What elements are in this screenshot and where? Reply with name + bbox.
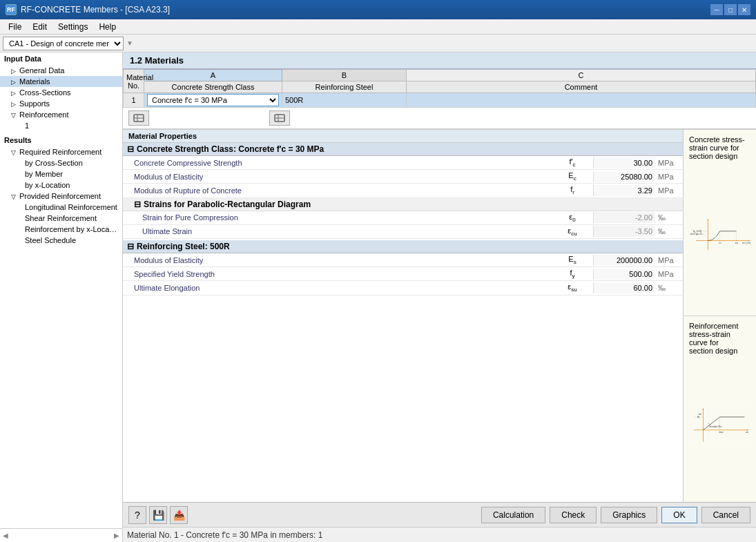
prop-symbol-rupture: fr bbox=[552, 184, 593, 197]
strains-subsection-header[interactable]: ⊟ Strains for Parabolic-Rectangular Diag… bbox=[123, 198, 683, 211]
sidebar-item-required-reinforcement[interactable]: ▽Required Reinforcement bbox=[0, 146, 122, 157]
sidebar-item-by-cross-section[interactable]: by Cross-Section bbox=[0, 157, 122, 168]
sidebar-item-by-x-location[interactable]: by x-Location bbox=[0, 180, 122, 191]
sidebar-item-general-data[interactable]: ▷General Data bbox=[0, 65, 122, 76]
sidebar-item-materials[interactable]: ▷Materials bbox=[0, 76, 122, 87]
prop-value-compressive: 30.00 bbox=[593, 157, 655, 168]
menu-file[interactable]: File bbox=[3, 21, 27, 33]
check-button[interactable]: Check bbox=[550, 507, 597, 523]
reinforcement-graph-title: Reinforcement stress-strain curve forsec… bbox=[689, 322, 750, 355]
prop-unit-elasticity-concrete: MPa bbox=[655, 171, 683, 182]
prop-symbol-strain-compression: ε0 bbox=[552, 211, 593, 224]
collapse-icon: ⊟ bbox=[127, 144, 134, 154]
title-text: RF-CONCRETE Members - [CSA A23.3] bbox=[21, 5, 170, 14]
toolbar: CA1 - Design of concrete memb ▼ bbox=[0, 35, 756, 52]
maximize-button[interactable]: □ bbox=[724, 4, 737, 15]
sidebar-item-reinforcement-by-x[interactable]: Reinforcement by x-Locatio... bbox=[0, 224, 122, 235]
prop-row-compressive: Concrete Compressive Strength f'c 30.00 … bbox=[123, 156, 683, 170]
minimize-button[interactable]: ─ bbox=[710, 4, 723, 15]
prop-label-rupture: Modulus of Rupture of Concrete bbox=[123, 185, 552, 196]
sidebar-item-longitudinal-reinforcement[interactable]: Longitudinal Reinforcement bbox=[0, 202, 122, 213]
prop-value-ultimate-strain: -3.50 bbox=[593, 226, 655, 237]
sidebar-item-steel-schedule[interactable]: Steel Schedule bbox=[0, 235, 122, 246]
svg-text:εc (<0): εc (<0) bbox=[742, 241, 750, 244]
prop-symbol-elasticity-steel: Es bbox=[552, 253, 593, 267]
row-number: 1 bbox=[124, 93, 144, 108]
sidebar-item-shear-reinforcement[interactable]: Shear Reinforcement bbox=[0, 213, 122, 224]
prop-unit-ultimate-strain: ‰ bbox=[655, 226, 683, 237]
concrete-strength-select[interactable]: Concrete f'c = 30 MPa bbox=[147, 94, 279, 106]
ok-button[interactable]: OK bbox=[661, 507, 697, 523]
concrete-strength-cell[interactable]: Concrete f'c = 30 MPa bbox=[144, 93, 282, 108]
materials-table-area: Material No. A B C Concrete Strength Cla… bbox=[123, 69, 756, 130]
cancel-button[interactable]: Cancel bbox=[701, 507, 750, 523]
col-material-no-header: Material No. bbox=[124, 70, 144, 93]
table-icon-btn-2[interactable] bbox=[269, 110, 290, 126]
prop-value-yield: 500.00 bbox=[593, 269, 655, 280]
steel-section-title: Reinforcing Steel: 500R bbox=[137, 242, 230, 251]
steel-section-header[interactable]: ⊟ Reinforcing Steel: 500R bbox=[123, 240, 683, 253]
reinforcement-graph-area: arctan Es fy σc εsu εs bbox=[689, 358, 750, 496]
sidebar-item-by-member[interactable]: by Member bbox=[0, 168, 122, 180]
prop-unit-yield: MPa bbox=[655, 269, 683, 280]
prop-label-yield: Specified Yield Strength bbox=[123, 269, 552, 280]
prop-value-elasticity-steel: 200000.00 bbox=[593, 255, 655, 266]
sidebar-item-supports[interactable]: ▷Supports bbox=[0, 98, 122, 109]
status-text: Material No. 1 - Concrete f'c = 30 MPa i… bbox=[127, 530, 322, 540]
prop-row-yield: Specified Yield Strength fy 500.00 MPa bbox=[123, 267, 683, 281]
close-button[interactable]: ✕ bbox=[738, 4, 750, 15]
prop-unit-elongation: ‰ bbox=[655, 282, 683, 293]
svg-rect-6 bbox=[689, 217, 750, 255]
reinforcement-graph-section: Reinforcement stress-strain curve forsec… bbox=[684, 316, 756, 502]
concrete-graph-area: fb (<0) αrel φc f'c : ε₀ εu εc (<0) bbox=[689, 163, 750, 310]
prop-label-elongation: Ultimate Elongation bbox=[123, 282, 552, 293]
prop-symbol-elongation: εsu bbox=[552, 281, 593, 294]
sidebar-item-cross-sections[interactable]: ▷Cross-Sections bbox=[0, 87, 122, 98]
menu-settings[interactable]: Settings bbox=[52, 21, 93, 33]
save-icon-btn[interactable]: 💾 bbox=[149, 506, 167, 524]
properties-panel: Material Properties ⊟ Concrete Strength … bbox=[123, 130, 684, 502]
prop-symbol-elasticity-concrete: Ec bbox=[552, 170, 593, 183]
col-a-header: A bbox=[144, 70, 282, 81]
svg-text:εsu: εsu bbox=[719, 430, 723, 434]
prop-row-elongation: Ultimate Elongation εsu 60.00 ‰ bbox=[123, 281, 683, 295]
input-data-header: Input Data bbox=[0, 52, 122, 65]
help-icon-btn[interactable]: ? bbox=[128, 506, 146, 524]
menu-help[interactable]: Help bbox=[93, 21, 122, 33]
menu-edit[interactable]: Edit bbox=[27, 21, 52, 33]
prop-row-strain-compression: Strain for Pure Compression ε0 -2.00 ‰ bbox=[123, 211, 683, 225]
sidebar-item-reinforcement[interactable]: ▽Reinforcement bbox=[0, 109, 122, 120]
prop-value-elongation: 60.00 bbox=[593, 282, 655, 293]
prop-symbol-compressive: f'c bbox=[552, 156, 593, 169]
module-selector[interactable]: CA1 - Design of concrete memb bbox=[3, 37, 124, 50]
results-header: Results bbox=[0, 134, 122, 146]
menu-bar: File Edit Settings Help bbox=[0, 19, 756, 35]
table-icon-btn-1[interactable] bbox=[128, 110, 149, 126]
concrete-section-title: Concrete Strength Class: Concrete f'c = … bbox=[137, 144, 324, 154]
prop-label-strain-compression: Strain for Pure Compression bbox=[123, 212, 552, 223]
calculation-button[interactable]: Calculation bbox=[481, 507, 545, 523]
prop-value-elasticity-concrete: 25080.00 bbox=[593, 171, 655, 182]
col-c-header: C bbox=[407, 70, 756, 81]
graphs-panel: Concrete stress-strain curve forsection … bbox=[684, 130, 756, 502]
export-icon-btn[interactable]: 📤 bbox=[170, 506, 188, 524]
prop-value-strain-compression: -2.00 bbox=[593, 212, 655, 223]
title-bar: RF RF-CONCRETE Members - [CSA A23.3] ─ □… bbox=[0, 0, 756, 19]
col-reinforcing-steel-header: Reinforcing Steel bbox=[282, 81, 407, 93]
sidebar-item-reinforcement-1[interactable]: 1 bbox=[0, 120, 122, 131]
prop-label-elasticity-concrete: Modulus of Elasticity bbox=[123, 171, 552, 182]
graphics-button[interactable]: Graphics bbox=[601, 507, 657, 523]
svg-text:arctan Es: arctan Es bbox=[710, 425, 721, 428]
col-comment-header: Comment bbox=[407, 81, 756, 93]
prop-unit-rupture: MPa bbox=[655, 185, 683, 196]
sidebar-item-provided-reinforcement[interactable]: ▽Provided Reinforcement bbox=[0, 191, 122, 202]
materials-table: Material No. A B C Concrete Strength Cla… bbox=[123, 69, 756, 108]
status-bar: Material No. 1 - Concrete f'c = 30 MPa i… bbox=[123, 527, 756, 542]
table-row[interactable]: 1 Concrete f'c = 30 MPa 500R bbox=[124, 93, 756, 108]
concrete-graph-title: Concrete stress-strain curve forsection … bbox=[689, 135, 750, 160]
concrete-section-header[interactable]: ⊟ Concrete Strength Class: Concrete f'c … bbox=[123, 143, 683, 156]
table-icons bbox=[123, 108, 756, 129]
comment-cell[interactable] bbox=[407, 93, 756, 108]
strains-collapse-icon: ⊟ bbox=[134, 200, 141, 209]
prop-row-ultimate-strain: Ultimate Strain εcu -3.50 ‰ bbox=[123, 225, 683, 239]
